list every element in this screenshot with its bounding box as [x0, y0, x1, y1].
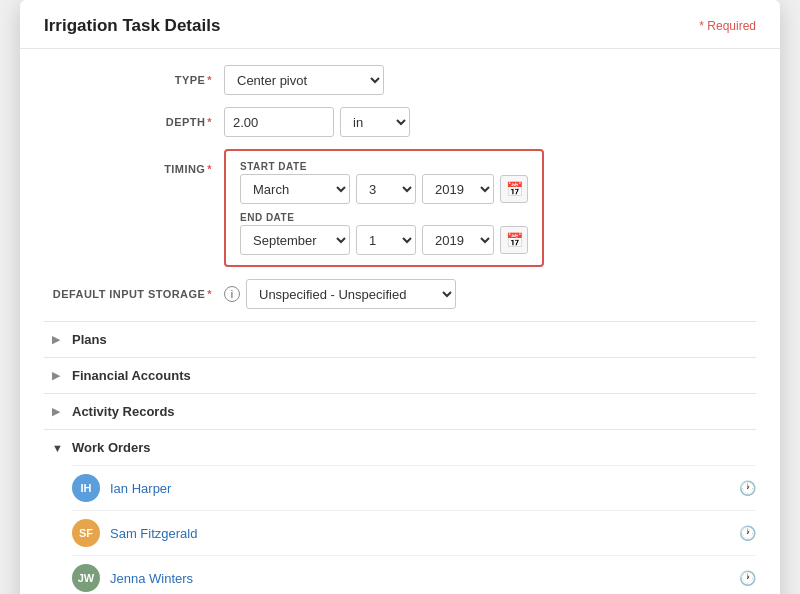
type-select[interactable]: Center pivot Drip Sprinkler Flood Other: [224, 65, 384, 95]
activity-records-toggle-icon[interactable]: ▶: [52, 405, 64, 418]
dialog-header: Irrigation Task Details * Required: [20, 0, 780, 49]
start-date-label: START DATE: [240, 161, 528, 172]
timing-label: TIMING*: [44, 149, 224, 175]
start-year-select[interactable]: 2018201920202021: [422, 174, 494, 204]
activity-records-section[interactable]: ▶ Activity Records: [44, 393, 756, 429]
work-order-row: JW Jenna Winters 🕐: [72, 555, 756, 594]
avatar-ih: IH: [72, 474, 100, 502]
storage-row: DEFAULT INPUT STORAGE* i Unspecified - U…: [44, 279, 756, 309]
work-orders-header[interactable]: ▼ Work Orders: [44, 429, 756, 465]
plans-toggle-icon[interactable]: ▶: [52, 333, 64, 346]
type-label: TYPE*: [44, 74, 224, 86]
work-order-row: SF Sam Fitzgerald 🕐: [72, 510, 756, 555]
avatar-sf: SF: [72, 519, 100, 547]
end-day-select[interactable]: 12345: [356, 225, 416, 255]
storage-select[interactable]: Unspecified - Unspecified Storage A Stor…: [246, 279, 456, 309]
start-day-select[interactable]: 12345 678910: [356, 174, 416, 204]
dialog-title: Irrigation Task Details: [44, 16, 220, 36]
storage-label: DEFAULT INPUT STORAGE*: [44, 288, 224, 300]
work-orders-section: ▼ Work Orders IH Ian Harper 🕐 SF Sam Fit…: [44, 429, 756, 594]
start-date-row: JanuaryFebruaryMarchApril MayJuneJulyAug…: [240, 174, 528, 204]
financial-accounts-section[interactable]: ▶ Financial Accounts: [44, 357, 756, 393]
irrigation-task-dialog: Irrigation Task Details * Required TYPE*…: [20, 0, 780, 594]
work-orders-section-label: Work Orders: [72, 440, 151, 455]
clock-icon-jw: 🕐: [739, 570, 756, 586]
start-month-select[interactable]: JanuaryFebruaryMarchApril MayJuneJulyAug…: [240, 174, 350, 204]
avatar-jw: JW: [72, 564, 100, 592]
end-date-row: JanuaryFebruaryMarchApril MayJuneJulyAug…: [240, 225, 528, 255]
end-calendar-icon[interactable]: 📅: [500, 226, 528, 254]
work-orders-toggle-icon[interactable]: ▼: [52, 442, 64, 454]
end-month-select[interactable]: JanuaryFebruaryMarchApril MayJuneJulyAug…: [240, 225, 350, 255]
wo-name-sam-fitzgerald[interactable]: Sam Fitzgerald: [110, 526, 729, 541]
timing-box: START DATE JanuaryFebruaryMarchApril May…: [224, 149, 544, 267]
timing-wrapper: TIMING* START DATE JanuaryFebruaryMarchA…: [44, 149, 756, 267]
end-year-select[interactable]: 2018201920202021: [422, 225, 494, 255]
start-calendar-icon[interactable]: 📅: [500, 175, 528, 203]
wo-name-ian-harper[interactable]: Ian Harper: [110, 481, 729, 496]
end-date-group: END DATE JanuaryFebruaryMarchApril MayJu…: [240, 212, 528, 255]
required-label: * Required: [699, 19, 756, 33]
depth-row: DEPTH* in mm cm: [44, 107, 756, 137]
financial-accounts-toggle-icon[interactable]: ▶: [52, 369, 64, 382]
start-date-group: START DATE JanuaryFebruaryMarchApril May…: [240, 161, 528, 204]
financial-accounts-section-label: Financial Accounts: [72, 368, 191, 383]
end-date-label: END DATE: [240, 212, 528, 223]
work-orders-body: IH Ian Harper 🕐 SF Sam Fitzgerald 🕐 JW J…: [44, 465, 756, 594]
type-row: TYPE* Center pivot Drip Sprinkler Flood …: [44, 65, 756, 95]
depth-unit-select[interactable]: in mm cm: [340, 107, 410, 137]
depth-input[interactable]: [224, 107, 334, 137]
info-icon: i: [224, 286, 240, 302]
depth-label: DEPTH*: [44, 116, 224, 128]
plans-section-label: Plans: [72, 332, 107, 347]
dialog-body: TYPE* Center pivot Drip Sprinkler Flood …: [20, 49, 780, 594]
plans-section[interactable]: ▶ Plans: [44, 321, 756, 357]
clock-icon-ih: 🕐: [739, 480, 756, 496]
activity-records-section-label: Activity Records: [72, 404, 175, 419]
sections-group: ▶ Plans ▶ Financial Accounts ▶ Activity …: [44, 321, 756, 594]
work-order-row: IH Ian Harper 🕐: [72, 465, 756, 510]
wo-name-jenna-winters[interactable]: Jenna Winters: [110, 571, 729, 586]
clock-icon-sf: 🕐: [739, 525, 756, 541]
